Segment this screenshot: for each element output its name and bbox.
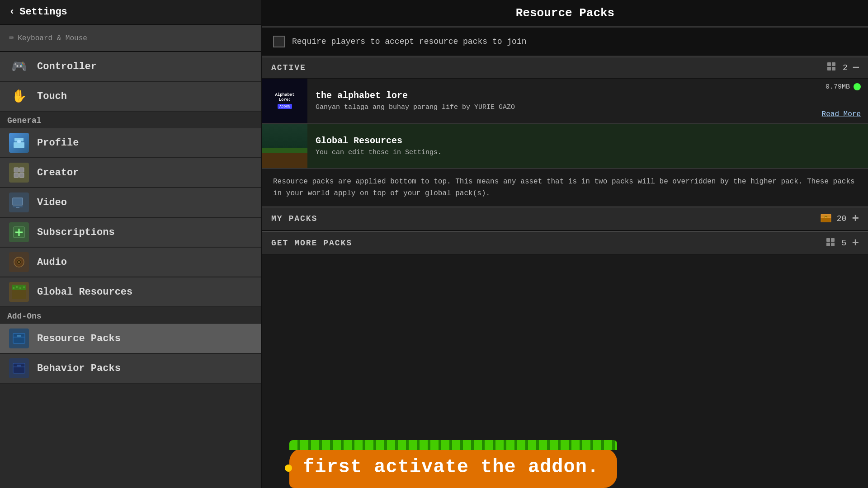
video-icon — [9, 192, 29, 212]
resource-packs-icon — [9, 328, 29, 348]
controller-icon: 🎮 — [9, 56, 29, 76]
alphabet-lore-name: the alphabet lore — [316, 90, 860, 101]
require-text: Require players to accept resource packs… — [292, 37, 526, 46]
back-button[interactable]: ‹ Settings — [0, 0, 261, 25]
keyboard-label: ⌨ Keyboard & Mouse — [9, 33, 87, 42]
audio-icon — [9, 252, 29, 272]
svg-rect-20 — [19, 287, 21, 289]
my-packs-title: MY PACKS — [271, 214, 317, 223]
svg-point-15 — [18, 261, 20, 263]
global-resources-description: You can edit these in Settings. — [316, 149, 860, 156]
sidebar-item-profile[interactable]: Profile — [0, 128, 261, 158]
require-checkbox[interactable] — [273, 36, 285, 47]
sidebar: ‹ Settings ⌨ Keyboard & Mouse 🎮 Controll… — [0, 0, 262, 488]
svg-rect-24 — [17, 335, 21, 337]
get-more-packs-right: 5 + — [826, 236, 859, 250]
global-resources-pack-card: Global Resources You can edit these in S… — [262, 124, 868, 169]
svg-point-2 — [17, 140, 21, 143]
global-resources-thumbnail — [262, 124, 307, 168]
creator-icon — [9, 163, 29, 183]
back-arrow-icon: ‹ — [9, 6, 15, 18]
sidebar-item-subscriptions-label: Subscriptions — [37, 227, 115, 238]
svg-rect-7 — [13, 198, 23, 205]
bubble-text: first activate the addon. — [303, 456, 599, 478]
main-header: Resource Packs — [262, 0, 868, 28]
sidebar-item-keyboard[interactable]: ⌨ Keyboard & Mouse — [0, 25, 261, 52]
global-resources-name: Global Resources — [316, 136, 860, 146]
get-more-packs-grid-icon — [826, 238, 836, 249]
alphabet-lore-size: 0.79MB — [826, 83, 850, 91]
active-section-bar: ACTIVE 2 ― — [262, 56, 868, 79]
bubble-dot — [285, 465, 292, 472]
alphabet-lore-status-dot — [854, 83, 861, 90]
svg-rect-37 — [831, 238, 835, 242]
general-section-header: General — [0, 112, 261, 128]
svg-rect-4 — [19, 168, 24, 172]
svg-rect-6 — [19, 173, 24, 178]
addons-header-text: Add-Ons — [7, 312, 42, 321]
sidebar-item-controller-label: Controller — [37, 61, 97, 72]
alphabet-thumb-title: AlphabetLore: — [275, 93, 294, 103]
get-more-packs-section-bar: GET MORE PACKS 5 + — [262, 231, 868, 255]
svg-rect-38 — [826, 243, 830, 246]
alphabet-lore-pack-card: AlphabetLore: ADDON the alphabet lore Ga… — [262, 79, 868, 124]
my-packs-chest-icon — [821, 213, 831, 225]
my-packs-right: 20 + — [821, 212, 859, 225]
sidebar-item-profile-label: Profile — [37, 137, 79, 149]
sidebar-item-audio[interactable]: Audio — [0, 248, 261, 277]
active-section-right: 2 ― — [827, 62, 859, 73]
svg-rect-31 — [832, 67, 835, 70]
sidebar-item-subscriptions[interactable]: Subscriptions — [0, 218, 261, 248]
active-section-title: ACTIVE — [271, 63, 306, 72]
sidebar-item-creator-label: Creator — [37, 167, 79, 178]
get-more-packs-plus-button[interactable]: + — [852, 236, 859, 250]
svg-point-35 — [825, 216, 826, 218]
page-title: Resource Packs — [516, 6, 614, 20]
svg-rect-30 — [827, 67, 831, 70]
back-label: Settings — [19, 6, 67, 18]
behavior-packs-icon — [9, 358, 29, 378]
sidebar-scroll: ⌨ Keyboard & Mouse 🎮 Controller ✋ Touch … — [0, 25, 261, 488]
require-row: Require players to accept resource packs… — [262, 28, 868, 56]
svg-rect-5 — [14, 173, 19, 178]
my-packs-section-bar: MY PACKS 20 + — [262, 206, 868, 231]
svg-rect-9 — [16, 207, 19, 208]
sidebar-item-creator[interactable]: Creator — [0, 158, 261, 188]
active-grid-icon — [827, 62, 837, 73]
active-minus-button[interactable]: ― — [853, 62, 859, 73]
get-more-packs-count: 5 — [842, 239, 847, 248]
tutorial-bubble: first activate the addon. — [289, 448, 617, 488]
alphabet-thumb-badge: ADDON — [278, 104, 292, 109]
profile-icon — [9, 133, 29, 153]
sidebar-item-behavior-packs[interactable]: Behavior Packs — [0, 354, 261, 384]
svg-rect-21 — [23, 286, 25, 288]
sidebar-item-controller[interactable]: 🎮 Controller — [0, 52, 261, 82]
svg-rect-36 — [826, 238, 830, 242]
sidebar-item-touch[interactable]: ✋ Touch — [0, 82, 261, 112]
subscriptions-icon — [9, 222, 29, 242]
svg-rect-27 — [17, 365, 21, 366]
alphabet-lore-thumbnail: AlphabetLore: ADDON — [262, 79, 307, 123]
main-content: Resource Packs Require players to accept… — [262, 0, 868, 488]
svg-rect-39 — [831, 243, 835, 246]
general-header-text: General — [7, 116, 42, 125]
global-resources-icon — [9, 282, 29, 302]
active-count: 2 — [843, 63, 848, 72]
sidebar-item-audio-label: Audio — [37, 257, 67, 268]
svg-rect-19 — [16, 286, 18, 288]
read-more-button[interactable]: Read More — [822, 110, 861, 118]
global-resources-info: Global Resources You can edit these in S… — [307, 124, 868, 168]
svg-rect-28 — [827, 62, 831, 66]
sidebar-item-resource-packs[interactable]: Resource Packs — [0, 324, 261, 354]
my-packs-plus-button[interactable]: + — [852, 212, 859, 225]
sidebar-item-video[interactable]: Video — [0, 188, 261, 218]
svg-rect-3 — [14, 168, 19, 172]
my-packs-count: 20 — [837, 214, 847, 223]
sidebar-item-touch-label: Touch — [37, 91, 67, 102]
sidebar-item-global-label: Global Resources — [37, 286, 132, 298]
get-more-packs-title: GET MORE PACKS — [271, 239, 352, 248]
svg-rect-29 — [832, 62, 835, 66]
addons-section-header: Add-Ons — [0, 307, 261, 324]
sidebar-item-global-resources[interactable]: Global Resources — [0, 277, 261, 307]
sidebar-item-behavior-packs-label: Behavior Packs — [37, 363, 121, 374]
